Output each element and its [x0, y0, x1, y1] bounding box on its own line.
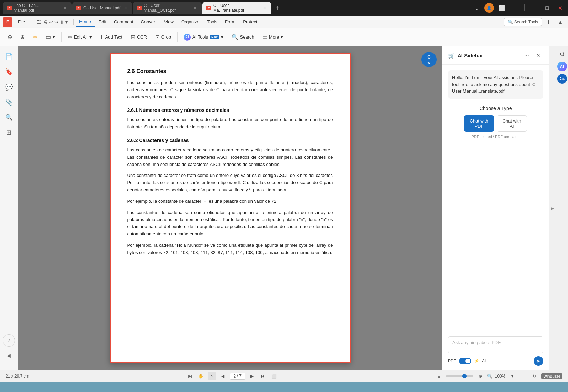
- menu-comment[interactable]: Comment: [110, 18, 137, 27]
- add-text-icon: T: [100, 34, 104, 40]
- winbuzze-watermark: WinBuzze: [541, 373, 562, 379]
- zoom-out-status-button[interactable]: ⊖: [435, 372, 443, 380]
- sidebar-page-icon[interactable]: 📄: [3, 51, 15, 63]
- chat-ai-button[interactable]: Chat withAI: [497, 115, 527, 132]
- share-icon[interactable]: ⬆: [60, 19, 64, 25]
- menu-view[interactable]: View: [161, 18, 177, 27]
- shape-button[interactable]: ▭ ▾: [42, 31, 58, 43]
- settings-icon-btn[interactable]: ⚙: [557, 49, 567, 59]
- new-window-icon[interactable]: 🗔: [36, 19, 41, 25]
- menu-edit[interactable]: Edit: [95, 18, 110, 27]
- menu-form[interactable]: Form: [222, 18, 239, 27]
- send-button[interactable]: ➤: [534, 356, 543, 366]
- tab-1-close[interactable]: ✕: [62, 5, 67, 11]
- ai-tools-button[interactable]: AI AI Tools New ▾: [180, 31, 227, 43]
- pdf-toggle-switch[interactable]: [459, 358, 471, 364]
- select-tool-button[interactable]: ↖: [208, 372, 216, 380]
- ai-input-placeholder: Ask anything about PDF.: [452, 340, 501, 345]
- print-icon[interactable]: 🖨: [43, 19, 47, 25]
- crop-button[interactable]: ⊡ Crop: [152, 31, 174, 43]
- translate-circle-button[interactable]: Aあ: [557, 74, 567, 84]
- ai-more-button[interactable]: ⋯: [522, 51, 532, 60]
- chat-pdf-button[interactable]: Chat withPDF: [464, 115, 494, 132]
- fit-page-button[interactable]: ⬜: [270, 372, 278, 380]
- zoom-dropdown-button[interactable]: ▾: [508, 372, 516, 380]
- last-page-button[interactable]: ⏭: [259, 372, 267, 380]
- upload-button[interactable]: ⬆: [544, 17, 554, 27]
- translate-button[interactable]: CW: [421, 52, 437, 67]
- fullscreen-button[interactable]: ⛶: [519, 372, 527, 380]
- pan-tool-button[interactable]: ✋: [197, 372, 205, 380]
- menu-protect[interactable]: Protect: [239, 18, 260, 27]
- undo-icon[interactable]: ↩: [49, 19, 53, 25]
- menu-tools[interactable]: Tools: [204, 18, 221, 27]
- menu-organize[interactable]: Organize: [178, 18, 203, 27]
- tab-2[interactable]: F C-- User Manual.pdf ✕: [72, 2, 132, 14]
- ocr-button[interactable]: ⊞ OCR: [127, 31, 150, 43]
- sidebar-bottom: ? ◀: [3, 334, 15, 366]
- add-text-button[interactable]: T Add Text: [97, 31, 126, 43]
- ai-input-field[interactable]: Ask anything about PDF.: [448, 336, 543, 353]
- rotate-button[interactable]: ↻: [530, 372, 538, 380]
- tab-2-label: C-- User Manual.pdf: [83, 6, 120, 10]
- sidebar-help-icon[interactable]: ?: [3, 334, 15, 347]
- tab-4-close[interactable]: ✕: [261, 5, 267, 11]
- tab-2-close[interactable]: ✕: [122, 5, 128, 11]
- left-sidebar: 📄 🔖 💬 📎 🔍 ⊞ ? ◀: [0, 46, 18, 370]
- ai-circle-button[interactable]: AI: [557, 62, 567, 71]
- sidebar-attachment-icon[interactable]: 📎: [3, 96, 15, 108]
- zoom-slider[interactable]: [446, 375, 473, 377]
- browser-frame: F The C-- Lan... Manual.pdf ✕ F C-- User…: [0, 0, 568, 382]
- zoom-in-status-button[interactable]: ⊕: [476, 372, 484, 380]
- redo-icon[interactable]: ↪: [54, 19, 58, 25]
- sidebar-collapse-icon[interactable]: ◀: [3, 349, 15, 362]
- ai-close-button[interactable]: ✕: [534, 51, 543, 60]
- menu-separator-2: [73, 19, 74, 25]
- sidebar-layers-icon[interactable]: ⊞: [3, 126, 15, 139]
- menu-home[interactable]: Home: [76, 18, 95, 27]
- zoom-out-button[interactable]: ⊖: [4, 31, 15, 43]
- tab-3[interactable]: F C-- User Manual_OCR.pdf ✕: [133, 2, 202, 14]
- ai-dropdown-icon: ▾: [221, 34, 223, 40]
- ai-input-toolbar: PDF ⚡ AI ➤: [448, 356, 543, 366]
- collapse-ribbon-button[interactable]: ▲: [556, 17, 565, 27]
- ribbon-toolbar: ⊖ ⊕ ✏ ▭ ▾ ✏ Edit All ▾ T Add Text: [0, 28, 568, 46]
- tab-3-favicon: F: [137, 6, 142, 10]
- status-center: ⏮ ✋ ↖ ◀ 2 / 7 ▶ ⏭ ⬜: [32, 372, 432, 380]
- more-button[interactable]: ☰ More ▾: [259, 31, 287, 43]
- sidebar-comment-icon[interactable]: 💬: [3, 81, 15, 93]
- sidebar-bookmark-icon[interactable]: 🔖: [3, 66, 15, 78]
- next-page-button[interactable]: ▶: [248, 372, 256, 380]
- more-options-button[interactable]: ⋮: [510, 3, 520, 13]
- subsection2-para2: Una constante de carácter se trata como …: [127, 172, 333, 193]
- tab-3-close[interactable]: ✕: [192, 5, 197, 11]
- menu-convert[interactable]: Convert: [137, 18, 160, 27]
- separator: [524, 4, 525, 11]
- tab-1-label: The C-- Lan... Manual.pdf: [14, 3, 60, 13]
- ai-sidebar: 🛒 AI Sidebar ⋯ ✕ Hello, I'm Lumi, your A…: [442, 46, 549, 370]
- prev-page-button[interactable]: ◀: [219, 372, 227, 380]
- tab-4-label: C-- User Ma...ranslate.pdf: [213, 3, 259, 13]
- search-tools-button[interactable]: 🔍 Search Tools: [504, 18, 542, 26]
- new-tab-button[interactable]: +: [272, 2, 283, 13]
- sidebar-expand-button[interactable]: ▶: [549, 46, 556, 370]
- search-button[interactable]: 🔍 Search: [228, 31, 258, 43]
- tab-1[interactable]: F The C-- Lan... Manual.pdf ✕: [3, 2, 72, 14]
- highlight-button[interactable]: ✏: [30, 31, 41, 43]
- tab-1-favicon: F: [7, 6, 12, 10]
- user-avatar[interactable]: 👤: [484, 3, 494, 13]
- tab-list-button[interactable]: ⌄: [471, 3, 482, 13]
- sidebar-search-icon[interactable]: 🔍: [3, 111, 15, 124]
- edit-all-button[interactable]: ✏ Edit All ▾: [64, 31, 95, 43]
- menu-file[interactable]: File: [14, 18, 29, 27]
- minimize-button[interactable]: ─: [529, 3, 539, 13]
- close-window-button[interactable]: ✕: [555, 3, 565, 13]
- tab-4[interactable]: F C-- User Ma...ranslate.pdf ✕: [202, 2, 271, 14]
- maximize-button[interactable]: □: [542, 3, 552, 13]
- dropdown-icon[interactable]: ▾: [65, 19, 68, 25]
- first-page-button[interactable]: ⏮: [186, 372, 194, 380]
- search-tools-label: Search Tools: [514, 20, 538, 24]
- zoom-in-button[interactable]: ⊕: [17, 31, 28, 43]
- ai-choose-type-label: Choose a Type: [448, 106, 543, 111]
- restore-button[interactable]: ⬜: [497, 3, 507, 13]
